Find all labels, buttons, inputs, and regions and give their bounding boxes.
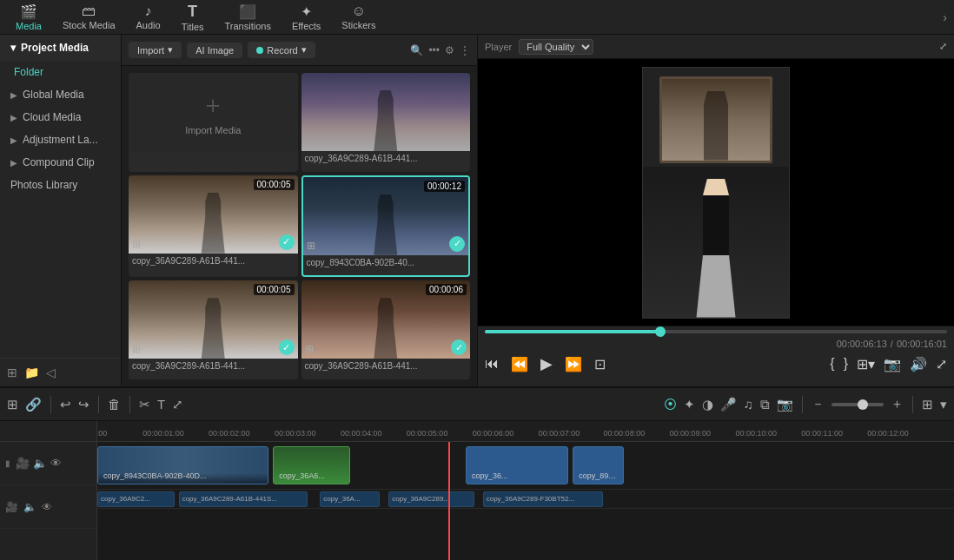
sidebar-item-comp-arrow: ▶: [10, 158, 17, 168]
tl-grid-button[interactable]: ⊞: [922, 397, 933, 412]
track-row-1: copy_8943C0BA-902B-40D... copy_36A6... c…: [97, 442, 954, 490]
track-mute-icon[interactable]: 🔈: [33, 457, 47, 470]
preview-expand-icon[interactable]: ⤢: [939, 41, 947, 52]
transitions-icon: ⬛: [239, 3, 256, 20]
sidebar-item-photos-library[interactable]: Photos Library: [0, 174, 121, 196]
small-clip-1[interactable]: copy_36A9C2...: [97, 491, 175, 507]
media-toolbar-icons: 🔍 ••• ⚙ ⋮: [410, 44, 470, 56]
media-icon-overlay-4: ⊞: [132, 343, 141, 355]
playhead[interactable]: [448, 442, 450, 560]
mark-out-button[interactable]: }: [844, 356, 848, 372]
sidebar-item-compound-clip[interactable]: ▶ Compound Clip: [0, 151, 121, 174]
zoom-slider[interactable]: [831, 403, 884, 406]
tl-more-button[interactable]: ▾: [940, 397, 947, 412]
tl-cam-button[interactable]: 📷: [777, 397, 793, 412]
toolbar-media[interactable]: 🎬 Media: [7, 2, 50, 33]
toolbar-titles[interactable]: T Titles: [173, 1, 213, 34]
media-item-1[interactable]: copy_36A9C289-A61B-441...: [301, 73, 471, 172]
media-check-3: ✓: [449, 236, 465, 252]
sidebar-add-icon[interactable]: ⊞: [7, 366, 17, 379]
track2-mute-icon[interactable]: 🔈: [23, 501, 36, 513]
small-clip-2[interactable]: copy_36A9C289-A61B-441S...: [179, 491, 308, 507]
toolbar-stock-media[interactable]: 🗃 Stock Media: [54, 2, 124, 32]
progress-handle[interactable]: [655, 326, 666, 337]
tl-mask-button[interactable]: ◑: [702, 397, 713, 412]
media-item-3[interactable]: 00:00:12 ⊞ ✓ copy_8943C0BA-902B-40...: [301, 175, 471, 278]
person-figure: [694, 179, 738, 318]
clip-4[interactable]: copy_8943...: [573, 446, 624, 484]
media-grid: ＋ Import Media copy_36A9C289-A61B-441...…: [122, 66, 477, 386]
tick-1: 00:00:01:00: [142, 429, 184, 438]
sidebar-item-global-media[interactable]: ▶ Global Media: [0, 83, 121, 106]
zoom-handle[interactable]: [858, 399, 868, 410]
step-forward-button[interactable]: ⏩: [565, 356, 582, 372]
record-button[interactable]: Record ▾: [248, 42, 315, 58]
sidebar-folder[interactable]: Folder: [0, 61, 121, 83]
more-icon[interactable]: •••: [428, 44, 440, 56]
grid-icon[interactable]: ⋮: [460, 44, 470, 56]
tl-snap-button[interactable]: ⦿: [664, 397, 677, 412]
tl-delete-button[interactable]: 🗑: [108, 397, 121, 412]
small-clip-3[interactable]: copy_36A...: [320, 491, 380, 507]
clip-3[interactable]: copy_36...: [466, 446, 568, 484]
search-icon[interactable]: 🔍: [410, 44, 423, 56]
media-item-5[interactable]: 00:00:06 ⊞ ✓ copy_36A9C289-A61B-441...: [301, 280, 471, 379]
tl-undo-button[interactable]: ↩: [60, 397, 71, 412]
media-item-4[interactable]: 00:00:05 ⊞ ✓ copy_36A9C289-A61B-441...: [129, 280, 298, 379]
time-ruler[interactable]: 00:00 00:00:01:00 00:00:02:00 00:00:03:0…: [97, 421, 954, 442]
progress-bar[interactable]: [485, 330, 947, 333]
skip-back-button[interactable]: ⏮: [485, 356, 499, 372]
toolbar-more-arrow[interactable]: ›: [943, 10, 947, 24]
snapshot-button[interactable]: 📷: [884, 356, 901, 372]
track-row-2: copy_36A9C2... copy_36A9C289-A61B-441S..…: [97, 490, 954, 509]
sidebar-folder-add-icon[interactable]: 📁: [24, 366, 39, 379]
tl-cut-button[interactable]: ✂: [139, 397, 150, 412]
step-back-button[interactable]: ⏪: [511, 356, 528, 372]
small-clip-2-label: copy_36A9C289-A61B-441S...: [180, 495, 280, 503]
tl-text-button[interactable]: T: [157, 397, 165, 412]
import-button[interactable]: Import ▾: [129, 42, 182, 58]
small-clip-4[interactable]: copy_36A9C289...: [388, 491, 474, 507]
volume-button[interactable]: 🔊: [910, 356, 927, 372]
tl-zoom-out-button[interactable]: －: [812, 396, 825, 412]
mark-in-button[interactable]: {: [830, 356, 834, 372]
toolbar-effects-label: Effects: [292, 21, 321, 31]
small-clip-5[interactable]: copy_36A9C289-F30BT52...: [483, 491, 603, 507]
media-thumb-4: 00:00:05 ⊞ ✓: [129, 280, 298, 359]
filter-icon[interactable]: ⚙: [445, 44, 454, 56]
toolbar-audio[interactable]: ♪ Audio: [128, 2, 169, 32]
clip-2[interactable]: copy_36A6...: [273, 446, 350, 484]
ai-image-button[interactable]: AI Image: [187, 43, 242, 58]
record-label: Record: [267, 45, 297, 56]
toolbar-effects[interactable]: ✦ Effects: [283, 2, 329, 33]
import-media-item[interactable]: ＋ Import Media: [129, 73, 298, 172]
sidebar-item-cloud-media[interactable]: ▶ Cloud Media: [0, 106, 121, 128]
tl-link-button[interactable]: 🔗: [25, 397, 42, 412]
track-number: ▮: [5, 458, 10, 468]
tl-music-button[interactable]: ♫: [744, 397, 753, 412]
media-thumb-1: [301, 73, 471, 151]
sidebar-project-media[interactable]: ▾ Project Media: [0, 35, 121, 61]
fullscreen-button[interactable]: ⊡: [594, 356, 606, 372]
tl-pip-button[interactable]: ⧉: [760, 397, 770, 412]
media-item-2[interactable]: 00:00:05 ⊞ ✓ copy_36A9C289-A61B-441...: [129, 175, 298, 278]
toolbar-transitions[interactable]: ⬛ Transitions: [216, 2, 280, 33]
clip-options-button[interactable]: ⊞▾: [857, 356, 875, 372]
play-button[interactable]: ▶: [540, 354, 553, 373]
track-eye-icon[interactable]: 👁: [50, 457, 62, 470]
track-camera-icon[interactable]: 🎥: [16, 457, 30, 470]
tl-zoom-in-button[interactable]: ＋: [891, 396, 904, 412]
tl-redo-button[interactable]: ↪: [78, 397, 89, 412]
quality-select[interactable]: Full Quality 1/2 Quality 1/4 Quality: [519, 39, 593, 55]
track2-camera-icon[interactable]: 🎥: [5, 501, 18, 513]
tl-link2-button[interactable]: ✦: [684, 397, 695, 412]
sidebar-collapse-icon[interactable]: ◁: [46, 366, 56, 379]
track2-eye-icon[interactable]: 👁: [42, 501, 52, 513]
tl-mic-button[interactable]: 🎤: [720, 397, 737, 412]
clip-1[interactable]: copy_8943C0BA-902B-40D...: [97, 446, 268, 484]
toolbar-stickers[interactable]: ☺ Stickers: [333, 2, 384, 32]
tl-transform-button[interactable]: ⤢: [172, 397, 183, 412]
settings-button[interactable]: ⤢: [936, 356, 947, 372]
tl-add-media-button[interactable]: ⊞: [7, 397, 18, 412]
sidebar-item-adjustment[interactable]: ▶ Adjustment La...: [0, 128, 121, 151]
